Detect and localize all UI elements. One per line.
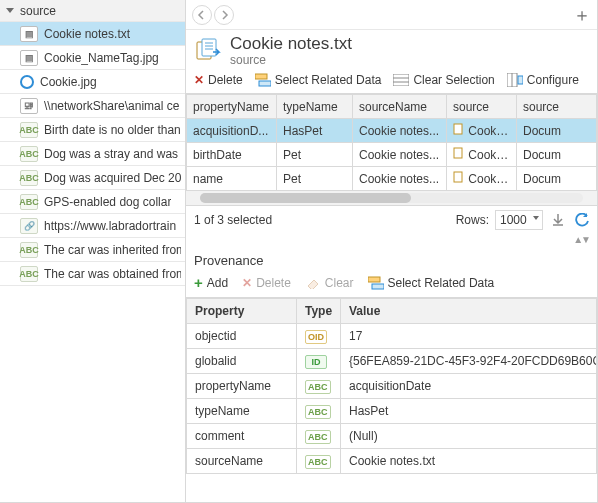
column-header[interactable]: Value (341, 299, 597, 324)
select-related-data-button[interactable]: Select Related Data (255, 73, 382, 87)
type-cell: ABC (297, 399, 341, 424)
tree-item[interactable]: ▤Cookie notes.txt (0, 22, 185, 46)
cell[interactable]: Docum (517, 167, 597, 191)
download-button[interactable] (549, 211, 567, 229)
abc-icon: ABC (20, 170, 38, 186)
value-cell[interactable]: acquisitionDate (341, 374, 597, 399)
value-cell[interactable]: Cookie notes.txt (341, 449, 597, 474)
svg-rect-17 (372, 284, 384, 289)
cell[interactable]: Docum (517, 143, 597, 167)
value-cell[interactable]: (Null) (341, 424, 597, 449)
column-header[interactable]: propertyName (187, 95, 277, 119)
type-badge-icon: ABC (305, 455, 331, 469)
delete-button[interactable]: ✕ Delete (194, 73, 243, 87)
tree-item[interactable]: ABCThe car was obtained from (0, 262, 185, 286)
tree-item[interactable]: 🖳\\networkShare\animal ce (0, 94, 185, 118)
rows-input[interactable] (495, 210, 543, 230)
document-sheets-icon (194, 38, 222, 64)
table-row[interactable]: namePetCookie notes... Cookie...Docum (187, 167, 597, 191)
value-cell[interactable]: {56FEA859-21DC-45F3-92F4-20FCDD69B60C} (341, 349, 597, 374)
tree-item[interactable]: ▤Cookie_NameTag.jpg (0, 46, 185, 70)
value-cell[interactable]: 17 (341, 324, 597, 349)
tree-item[interactable]: 🔗https://www.labradortrain (0, 214, 185, 238)
table-row[interactable]: typeNameABCHasPet (187, 399, 597, 424)
file-icon: ▤ (20, 26, 38, 42)
clear-selection-button[interactable]: Clear Selection (393, 73, 494, 87)
nav-forward-button[interactable] (214, 5, 234, 25)
cell[interactable]: Pet (277, 167, 353, 191)
provenance-grid: PropertyTypeValueobjectidOID17globalidID… (186, 297, 597, 502)
cell[interactable]: Cookie notes... (353, 167, 447, 191)
provenance-toolbar: + Add ✕ Delete Clear Select Related Data (186, 272, 597, 297)
tree-item-label: Birth date is no older than (44, 123, 181, 137)
eraser-icon (305, 277, 321, 289)
provenance-table[interactable]: PropertyTypeValueobjectidOID17globalidID… (186, 298, 597, 474)
column-header[interactable]: source (447, 95, 517, 119)
tree-root-node[interactable]: source (0, 0, 185, 22)
records-table[interactable]: propertyNametypeNamesourceNamesourcesour… (186, 94, 597, 191)
type-badge-icon: ID (305, 355, 327, 369)
caret-down-icon (6, 8, 14, 13)
tree-root-label: source (20, 4, 56, 18)
tree-item[interactable]: Cookie.jpg (0, 70, 185, 94)
scrollbar-thumb[interactable] (200, 193, 411, 203)
grid-status-bar: 1 of 3 selected Rows: (186, 206, 597, 234)
horizontal-scrollbar[interactable] (186, 191, 597, 205)
abc-icon: ABC (20, 242, 38, 258)
table-row[interactable]: birthDatePetCookie notes... Cookie...Doc… (187, 143, 597, 167)
table-row[interactable]: acquisitionD...HasPetCookie notes... Coo… (187, 119, 597, 143)
item-header: Cookie notes.txt source (186, 30, 597, 69)
prov-select-related-button[interactable]: Select Related Data (368, 276, 495, 290)
cell[interactable]: Cookie notes... (353, 143, 447, 167)
column-header[interactable]: sourceName (353, 95, 447, 119)
cell[interactable]: name (187, 167, 277, 191)
tree-item[interactable]: ABCDog was a stray and was (0, 142, 185, 166)
detail-pane: ＋ Cookie notes.txt source ✕ Delete (186, 0, 597, 502)
cell[interactable]: Cookie... (447, 119, 517, 143)
tree-item[interactable]: ABCGPS-enabled dog collar (0, 190, 185, 214)
cell[interactable]: birthDate (187, 143, 277, 167)
column-header[interactable]: source (517, 95, 597, 119)
property-cell: typeName (187, 399, 297, 424)
provenance-title: Provenance (186, 247, 597, 272)
prov-clear-button: Clear (305, 276, 354, 290)
cell[interactable]: Cookie... (447, 167, 517, 191)
tree-item-label: GPS-enabled dog collar (44, 195, 171, 209)
add-panel-button[interactable]: ＋ (573, 3, 591, 27)
svg-rect-1 (202, 39, 216, 56)
tree-item-label: Cookie_NameTag.jpg (44, 51, 159, 65)
table-row[interactable]: sourceNameABCCookie notes.txt (187, 449, 597, 474)
cell[interactable]: HasPet (277, 119, 353, 143)
cell[interactable]: acquisitionD... (187, 119, 277, 143)
table-row[interactable]: propertyNameABCacquisitionDate (187, 374, 597, 399)
table-row[interactable]: commentABC(Null) (187, 424, 597, 449)
cell[interactable]: Pet (277, 143, 353, 167)
type-badge-icon: ABC (305, 380, 331, 394)
tree-item[interactable]: ABCThe car was inherited from (0, 238, 185, 262)
svg-rect-12 (518, 76, 523, 84)
tree-item-label: Cookie.jpg (40, 75, 97, 89)
cell[interactable]: Cookie... (447, 143, 517, 167)
tree-item[interactable]: ABCBirth date is no older than (0, 118, 185, 142)
cell[interactable]: Cookie notes... (353, 119, 447, 143)
column-header[interactable]: Type (297, 299, 341, 324)
configure-button[interactable]: Configure (507, 73, 579, 87)
cell[interactable]: Docum (517, 119, 597, 143)
x-icon: ✕ (242, 276, 252, 290)
refresh-button[interactable] (573, 211, 591, 229)
column-header[interactable]: typeName (277, 95, 353, 119)
property-cell: objectid (187, 324, 297, 349)
header-subtitle: source (230, 54, 352, 68)
value-cell[interactable]: HasPet (341, 399, 597, 424)
nav-back-button[interactable] (192, 5, 212, 25)
type-cell: ABC (297, 374, 341, 399)
table-row[interactable]: objectidOID17 (187, 324, 597, 349)
tree-item[interactable]: ABCDog was acquired Dec 20 (0, 166, 185, 190)
tree-item-label: \\networkShare\animal ce (44, 99, 179, 113)
svg-rect-5 (255, 74, 267, 79)
table-row[interactable]: globalidID{56FEA859-21DC-45F3-92F4-20FCD… (187, 349, 597, 374)
tree-item-label: Dog was acquired Dec 20 (44, 171, 181, 185)
add-button[interactable]: + Add (194, 274, 228, 291)
column-header[interactable]: Property (187, 299, 297, 324)
collapse-handle[interactable]: ▲▼ (186, 234, 597, 247)
